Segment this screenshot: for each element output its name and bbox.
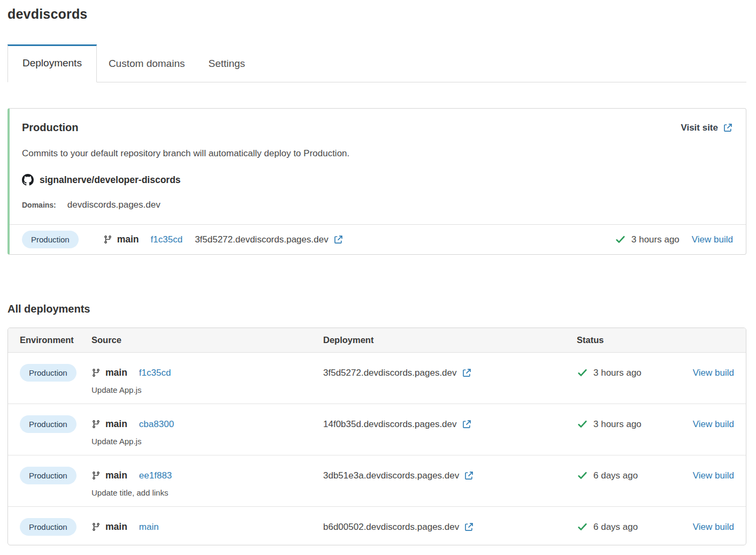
- view-build-link[interactable]: View build: [693, 522, 734, 533]
- external-link-icon: [464, 470, 474, 481]
- deployment-url-link[interactable]: 3f5d5272.devdiscords.pages.dev: [195, 234, 343, 245]
- view-build-link[interactable]: View build: [693, 470, 734, 481]
- branch-group: main: [91, 367, 127, 378]
- repository-line: signalnerve/developer-discords: [22, 174, 733, 186]
- github-icon: [22, 174, 34, 186]
- view-build-link[interactable]: View build: [693, 368, 734, 378]
- git-branch-icon: [91, 522, 101, 531]
- branch-name: main: [105, 367, 127, 378]
- tab-deployments[interactable]: Deployments: [7, 44, 97, 82]
- environment-badge: Production: [20, 364, 77, 382]
- deployment-status: 6 days ago: [569, 518, 665, 536]
- deployment-url-link[interactable]: 3f5d5272.devdiscords.pages.dev: [323, 368, 472, 378]
- visit-site-link[interactable]: Visit site: [681, 123, 733, 133]
- table-row: Production main ee1f883 Update title, ad…: [8, 455, 746, 507]
- branch-name: main: [105, 470, 127, 481]
- deployment-url: 3f5d5272.devdiscords.pages.dev: [195, 234, 329, 245]
- status-time: 6 days ago: [593, 470, 638, 481]
- deployments-table: Environment Source Deployment Status Pro…: [7, 328, 746, 545]
- production-card: Production Visit site Commits to your de…: [7, 108, 746, 255]
- table-row: Production main f1c35cd Update App.js 3f…: [8, 353, 746, 404]
- status-time: 3 hours ago: [593, 368, 642, 378]
- tab-custom-domains[interactable]: Custom domains: [97, 45, 197, 82]
- branch-group: main: [103, 234, 139, 245]
- commit-message: Update App.js: [91, 385, 323, 394]
- domains-label: Domains:: [22, 201, 56, 209]
- commit-message: Update App.js: [91, 437, 323, 446]
- branch-group: main: [91, 470, 127, 481]
- deployment-status: 3 hours ago: [615, 234, 679, 245]
- tab-settings[interactable]: Settings: [196, 45, 257, 82]
- environment-badge: Production: [22, 231, 79, 248]
- column-header-source: Source: [91, 335, 323, 345]
- branch-name: main: [117, 234, 139, 245]
- deployments-table-body: Production main f1c35cd Update App.js 3f…: [8, 353, 746, 545]
- visit-site-label: Visit site: [681, 123, 718, 133]
- branch-group: main: [91, 521, 127, 533]
- deployment-url-link[interactable]: 3db51e3a.devdiscords.pages.dev: [323, 470, 474, 481]
- view-build-link[interactable]: View build: [692, 234, 733, 245]
- tab-bar: Deployments Custom domains Settings: [7, 44, 746, 82]
- commit-link[interactable]: cba8300: [139, 419, 174, 430]
- commit-message: Update title, add links: [91, 488, 323, 497]
- deployment-url: 14f0b35d.devdiscords.pages.dev: [323, 419, 457, 430]
- pages-project-page: devdiscords Deployments Custom domains S…: [0, 0, 756, 545]
- status-time: 3 hours ago: [631, 234, 679, 245]
- deployment-status: 3 hours ago: [569, 364, 665, 382]
- table-row: Production main main b6d00502.devdiscord…: [8, 507, 746, 545]
- check-icon: [577, 419, 588, 430]
- environment-badge: Production: [20, 467, 77, 484]
- commit-link[interactable]: f1c35cd: [139, 368, 171, 378]
- check-icon: [615, 234, 626, 245]
- commit-link[interactable]: main: [139, 522, 159, 533]
- external-link-icon: [462, 368, 472, 378]
- table-row: Production main cba8300 Update App.js 14…: [8, 404, 746, 455]
- branch-name: main: [105, 521, 127, 533]
- all-deployments-heading: All deployments: [7, 303, 746, 315]
- git-branch-icon: [91, 471, 101, 480]
- column-header-environment: Environment: [20, 335, 91, 345]
- production-latest-deployment-row: Production main f1c35cd 3f5d5272.devdisc…: [10, 224, 746, 254]
- environment-badge: Production: [20, 415, 77, 433]
- status-time: 6 days ago: [593, 522, 638, 533]
- environment-badge: Production: [20, 518, 77, 536]
- git-branch-icon: [103, 235, 112, 244]
- git-branch-icon: [91, 368, 101, 377]
- production-card-title: Production: [22, 121, 79, 134]
- commit-link[interactable]: ee1f883: [139, 470, 172, 481]
- domains-value: devdiscords.pages.dev: [67, 200, 161, 210]
- deployment-url-link[interactable]: b6d00502.devdiscords.pages.dev: [323, 522, 474, 533]
- deployment-url: 3db51e3a.devdiscords.pages.dev: [323, 470, 459, 481]
- deployments-table-header: Environment Source Deployment Status: [8, 328, 746, 353]
- production-description: Commits to your default repository branc…: [22, 148, 733, 159]
- deployment-status: 3 hours ago: [569, 415, 665, 433]
- column-header-status: Status: [569, 335, 665, 345]
- view-build-link[interactable]: View build: [693, 419, 734, 430]
- column-header-deployment: Deployment: [323, 335, 569, 345]
- status-time: 3 hours ago: [593, 419, 642, 430]
- check-icon: [577, 521, 588, 533]
- external-link-icon: [333, 234, 343, 245]
- external-link-icon: [462, 419, 472, 429]
- page-title: devdiscords: [7, 6, 746, 22]
- deployment-url: 3f5d5272.devdiscords.pages.dev: [323, 368, 457, 378]
- branch-group: main: [91, 419, 127, 430]
- deployment-url: b6d00502.devdiscords.pages.dev: [323, 522, 459, 533]
- domains-line: Domains: devdiscords.pages.dev: [22, 200, 733, 210]
- external-link-icon: [464, 522, 474, 532]
- deployment-url-link[interactable]: 14f0b35d.devdiscords.pages.dev: [323, 419, 472, 430]
- check-icon: [577, 367, 588, 378]
- check-icon: [577, 470, 588, 481]
- external-link-icon: [723, 123, 733, 133]
- branch-name: main: [105, 419, 127, 430]
- git-branch-icon: [91, 420, 101, 429]
- deployment-status: 6 days ago: [569, 467, 665, 484]
- commit-link[interactable]: f1c35cd: [151, 234, 183, 245]
- repository-name: signalnerve/developer-discords: [40, 174, 181, 186]
